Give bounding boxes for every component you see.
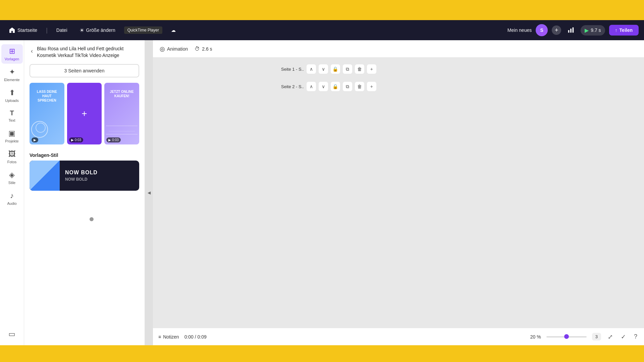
notes-button[interactable]: ≡ Notizen [158,334,179,340]
style-card[interactable]: NOW BOLD NOW BOLD [30,161,139,191]
upload-icon: ↑ [615,27,618,33]
template-page-1[interactable]: LASS DEINE HAUT SPRECHEN ▶ [30,83,64,144]
page2-lock-button[interactable]: 🔒 [331,82,340,91]
bar-chart-icon [567,26,575,34]
project-title: Mein neues [507,27,532,33]
panel-title: Blau Rosa und Lila Hell und Fett gedruck… [37,46,139,59]
style-name: NOW BOLD [65,170,98,176]
zoom-knob[interactable] [564,334,569,339]
sidebar-item-text[interactable]: T Text [1,107,23,125]
audio-icon: ♪ [10,191,14,200]
page1-preview-text: LASS DEINE HAUT SPRECHEN [33,89,61,103]
page3-deco-line: ————————————— [106,126,138,134]
page-card-2: Seite 2 - S.. ∧ ∨ 🔒 ⧉ 🗑 + 🌿 🌴 [281,82,516,94]
sidebar-item-label: Text [8,118,15,122]
sidebar-item-elemente[interactable]: ✦ Elemente [1,65,23,84]
sidebar-item-more[interactable]: ▭ [1,327,23,341]
collapse-panel-button[interactable]: ◀ [145,40,153,345]
quicktime-tooltip: QuickTime Player [124,26,162,34]
cloud-icon: ☁ [171,27,176,33]
page2-delete-button[interactable]: 🗑 [355,82,364,91]
play-time: 9.7 s [591,27,601,33]
sidebar-item-vorlagen[interactable]: ⊞ Vorlagen [1,44,23,64]
template-page-2[interactable]: + ▶ 0:03 [67,83,102,144]
page2-expand-down-button[interactable]: ∨ [319,82,328,91]
file-button[interactable]: Datei [53,25,71,35]
bottom-bar: ≡ Notizen 0:00 / 0:09 20 % 3 ⤢ ✓ ? [153,328,644,345]
size-button[interactable]: ☀ Größe ändern [76,25,119,36]
canvas-scroll[interactable]: Seite 1 - S.. ∧ ∨ 🔒 ⧉ 🗑 + [153,58,644,328]
page-card-1: Seite 1 - S.. ∧ ∨ 🔒 ⧉ 🗑 + [281,64,516,76]
page1-duplicate-button[interactable]: ⧉ [343,64,352,74]
topbar-divider: | [46,27,48,34]
sidebar-item-projekte[interactable]: ▣ Projekte [1,126,23,146]
help-icon: ? [634,333,637,340]
sidebar-item-label: Vorlagen [5,57,19,61]
style-card-info: NOW BOLD NOW BOLD [60,161,103,191]
sidebar-item-label: Audio [7,201,16,205]
page2-add-button[interactable]: + [367,82,376,91]
svg-rect-0 [568,30,570,33]
page1-lock-button[interactable]: 🔒 [331,64,340,74]
elements-icon: ✦ [9,68,15,76]
page1-expand-down-button[interactable]: ∨ [319,64,328,74]
page2-duplicate-button[interactable]: ⧉ [343,82,352,91]
sidebar-item-audio[interactable]: ♪ Audio [1,189,23,208]
help-button[interactable]: ? [633,332,639,342]
page2-expand-up-button[interactable]: ∧ [307,82,316,91]
templates-icon: ⊞ [9,47,15,56]
page2-label: Seite 2 - S.. [281,84,304,89]
sidebar-item-stile[interactable]: ◈ Stile [1,168,23,187]
sidebar-item-label: Fotos [7,160,17,164]
zoom-display: 20 % [530,334,541,340]
page1-label: Seite 1 - S.. [281,67,304,72]
sidebar-item-label: Uploads [5,99,18,103]
photos-icon: 🖼 [8,150,16,159]
animation-button[interactable]: ◎ Animation [160,45,188,53]
svg-rect-2 [573,27,574,33]
back-button[interactable]: ‹ [30,46,34,56]
sidebar-item-uploads[interactable]: ⬆ Uploads [1,86,23,105]
notes-label: Notizen [163,334,179,340]
page1-expand-up-button[interactable]: ∧ [307,64,316,74]
topbar: Startseite | Datei ☀ Größe ändern QuickT… [0,20,644,40]
page1-add-button[interactable]: + [367,64,376,74]
uploads-icon: ⬆ [9,88,15,97]
play-timer-button[interactable]: ▶ 9.7 s [581,25,605,36]
template-page-3[interactable]: JETZT ONLINE KAUFEN! ————————————— ▶ 0:0… [104,83,139,144]
play-badge-3: ▶ 0:03 [106,137,120,142]
page3-preview-text: JETZT ONLINE KAUFEN! [107,89,137,98]
add-member-button[interactable]: + [552,25,561,35]
animation-label: Animation [167,46,188,52]
home-icon [9,27,15,34]
share-label: Teilen [620,27,633,33]
sidebar-icons: ⊞ Vorlagen ✦ Elemente ⬆ Uploads T Text ▣… [0,40,24,345]
page1-delete-button[interactable]: 🗑 [355,64,364,74]
cloud-button[interactable]: ☁ [168,25,179,35]
play-icon-badge: ▶ [71,138,74,142]
sidebar-item-label: Projekte [5,139,18,143]
stats-button[interactable] [565,24,577,36]
play-icon: ▶ [585,27,589,34]
style-sub: NOW BOLD [65,177,98,182]
home-label: Startseite [17,27,37,33]
resize-icon: ☀ [79,27,84,34]
check-button[interactable]: ✓ [620,332,627,342]
time-display: ⏱ 2.6 s [195,46,212,52]
sidebar-item-label: Elemente [4,78,19,82]
share-button[interactable]: ↑ Teilen [609,25,639,36]
projects-icon: ▣ [8,129,15,138]
avatar[interactable]: S [536,24,548,36]
add-page-icon: + [82,108,87,119]
sidebar-item-fotos[interactable]: 🖼 Fotos [1,147,23,167]
sidebar-item-label: Stile [8,181,15,185]
fullscreen-button[interactable]: ⤢ [606,332,614,342]
check-icon: ✓ [621,333,626,341]
page2-controls-row: Seite 2 - S.. ∧ ∨ 🔒 ⧉ 🗑 + [281,82,516,91]
home-button[interactable]: Startseite [5,25,41,36]
notes-icon: ≡ [158,334,161,340]
zoom-slider[interactable] [546,336,587,338]
left-panel: ‹ Blau Rosa und Lila Hell und Fett gedru… [24,40,145,345]
animation-icon: ◎ [160,45,165,53]
apply-button[interactable]: 3 Seiten anwenden [30,64,139,77]
